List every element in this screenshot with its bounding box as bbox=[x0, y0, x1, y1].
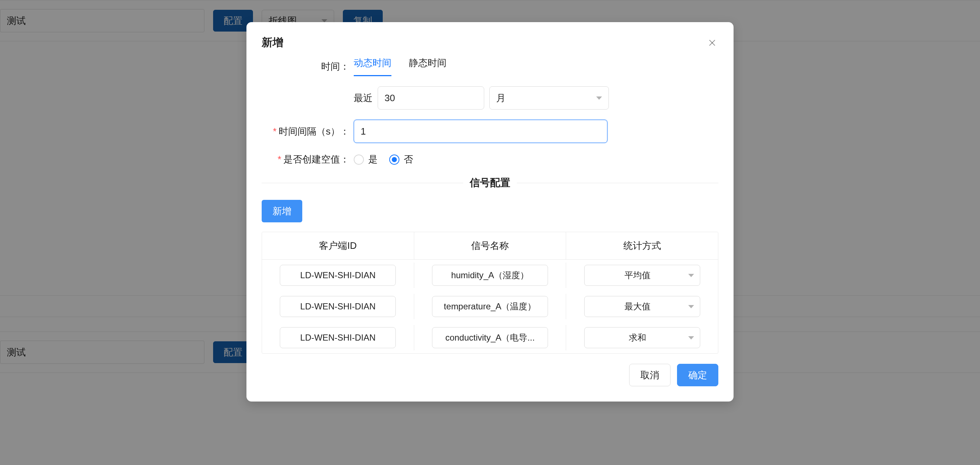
interval-label: *时间间隔（s）： bbox=[262, 125, 354, 138]
chevron-down-icon bbox=[596, 96, 602, 100]
recent-unit-value: 月 bbox=[496, 92, 506, 104]
radio-icon bbox=[389, 155, 399, 165]
chevron-down-icon bbox=[688, 305, 694, 308]
client-id-input[interactable]: LD-WEN-SHI-DIAN bbox=[280, 265, 396, 286]
recent-unit-select[interactable]: 月 bbox=[489, 86, 609, 110]
stat-method-select[interactable]: 最大值 bbox=[584, 296, 700, 317]
th-client-id: 客户端ID bbox=[262, 232, 414, 259]
chevron-down-icon bbox=[688, 336, 694, 339]
table-row: LD-WEN-SHI-DIAN conductivity_A（电导... 求和 bbox=[262, 322, 718, 353]
radio-no[interactable]: 否 bbox=[389, 153, 413, 166]
recent-value-input[interactable]: 30 bbox=[378, 86, 484, 110]
tab-static-time[interactable]: 静态时间 bbox=[409, 57, 447, 76]
radio-yes[interactable]: 是 bbox=[354, 153, 378, 166]
signal-table: 客户端ID 信号名称 统计方式 LD-WEN-SHI-DIAN humidity… bbox=[262, 232, 718, 354]
table-row: LD-WEN-SHI-DIAN humidity_A（湿度） 平均值 bbox=[262, 260, 718, 291]
signal-section-divider: 信号配置 bbox=[262, 176, 718, 190]
th-signal-name: 信号名称 bbox=[414, 232, 566, 259]
interval-input[interactable]: 1 bbox=[354, 120, 608, 143]
modal-title: 新增 bbox=[262, 35, 283, 50]
ok-button[interactable]: 确定 bbox=[677, 364, 718, 386]
radio-icon bbox=[354, 155, 364, 165]
time-label: 时间： bbox=[262, 60, 354, 73]
modal-dialog: 新增 时间： 动态时间 静态时间 最近 30 月 *时间间隔（s）： 1 bbox=[247, 22, 733, 401]
client-id-input[interactable]: LD-WEN-SHI-DIAN bbox=[280, 327, 396, 348]
recent-label: 最近 bbox=[354, 92, 372, 104]
signal-section-title: 信号配置 bbox=[470, 176, 510, 190]
close-icon[interactable] bbox=[706, 37, 718, 49]
signal-name-input[interactable]: humidity_A（湿度） bbox=[432, 265, 548, 286]
cancel-button[interactable]: 取消 bbox=[629, 364, 670, 386]
radio-yes-label: 是 bbox=[368, 153, 378, 166]
radio-no-label: 否 bbox=[404, 153, 413, 166]
th-stat-method: 统计方式 bbox=[566, 232, 718, 259]
add-signal-button[interactable]: 新增 bbox=[262, 200, 302, 222]
signal-name-input[interactable]: conductivity_A（电导... bbox=[432, 327, 548, 348]
stat-method-select[interactable]: 平均值 bbox=[584, 265, 700, 286]
chevron-down-icon bbox=[688, 274, 694, 277]
create-empty-label: *是否创建空值： bbox=[262, 153, 354, 166]
stat-method-select[interactable]: 求和 bbox=[584, 327, 700, 348]
table-row: LD-WEN-SHI-DIAN temperature_A（温度） 最大值 bbox=[262, 291, 718, 322]
client-id-input[interactable]: LD-WEN-SHI-DIAN bbox=[280, 296, 396, 317]
signal-name-input[interactable]: temperature_A（温度） bbox=[432, 296, 548, 317]
tab-dynamic-time[interactable]: 动态时间 bbox=[354, 57, 391, 76]
